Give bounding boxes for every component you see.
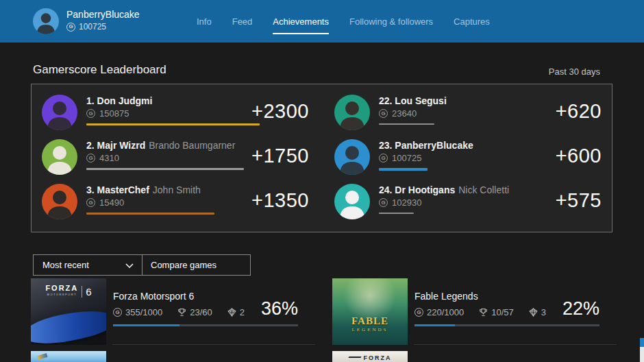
gamertag: PanberryBlucake <box>66 9 140 20</box>
entry-info: 1. Don Judgmi 150875 <box>86 95 260 125</box>
entry-score-row: 100725 <box>379 153 552 163</box>
entry-delta: +1750 <box>251 145 309 167</box>
period-label: Past 30 days <box>549 67 600 77</box>
gamerscore-icon <box>86 154 95 162</box>
forza-logo-number: 6 <box>82 286 91 298</box>
entry-rank-name: 1. Don Judgmi <box>86 95 152 106</box>
profile-avatar[interactable] <box>33 8 59 34</box>
entry-progress-bar <box>379 123 434 125</box>
game-completion-percent: 36% <box>261 298 298 319</box>
gamerscore-stat: 355/1000 <box>113 307 162 317</box>
entry-score-row: 150875 <box>86 108 260 119</box>
entry-score: 23640 <box>392 108 417 119</box>
entry-avatar <box>334 184 370 219</box>
identity-block: PanberryBlucake 100725 <box>66 9 140 32</box>
fable-logo-text: FABLE <box>332 315 408 327</box>
challenges-value: 2 <box>240 307 245 317</box>
fable-legends-cover[interactable]: FABLE LEGENDS <box>332 278 408 345</box>
profile-tabs: Info Feed Achievements Following & follo… <box>197 0 490 43</box>
scrollbar-accent <box>640 338 644 347</box>
avatar-bust-icon <box>334 139 370 175</box>
achievements-stat: 23/60 <box>177 307 212 317</box>
compare-games-button[interactable]: Compare games <box>142 254 251 276</box>
entry-progress-bar <box>379 168 428 171</box>
forza-logo-text: FORZA <box>332 354 408 361</box>
tab-achievements[interactable]: Achievements <box>273 14 329 29</box>
gamerscore-icon <box>113 308 122 317</box>
challenges-stat: 2 <box>227 307 245 317</box>
entry-avatar <box>334 95 370 130</box>
avatar-bust-icon <box>42 139 77 175</box>
forza-logo: FORZAMOTORSPORT 6 <box>31 285 106 298</box>
entry-score-row: 23640 <box>379 108 552 119</box>
forza-motorsport-6-cover[interactable]: FORZAMOTORSPORT 6 <box>31 278 106 345</box>
row-separator <box>112 344 315 345</box>
entry-info: 22. Lou Segusi 23640 <box>379 95 552 125</box>
gamerscore-icon <box>86 198 95 207</box>
scrollbar-thumb[interactable] <box>640 347 644 362</box>
entry-rank-name: 3. MasterChef <box>86 184 149 195</box>
challenges-stat: 3 <box>529 307 546 317</box>
next-game-cover-partial-right[interactable]: FORZA <box>332 351 408 362</box>
game-row-fable-legends[interactable]: Fable Legends 220/1000 10/57 3 22% <box>414 291 599 346</box>
entry-delta: +1350 <box>251 189 309 212</box>
game-completion-percent: 22% <box>562 298 599 319</box>
entry-name: 23. PanberryBlucake <box>379 140 552 151</box>
tab-captures[interactable]: Captures <box>454 14 490 29</box>
avatar-bust-icon <box>334 184 370 219</box>
gamerscore-stat: 220/1000 <box>414 307 464 317</box>
top-bar: PanberryBlucake 100725 Info Feed Achieve… <box>0 0 644 43</box>
leaderboard-entry-2[interactable]: 2. Majr WizrdBrando Baumgarner 4310 +175… <box>42 138 309 179</box>
entry-real-name: Nick Colletti <box>458 184 509 195</box>
leaderboard-panel: 1. Don Judgmi 150875 +2300 2. Majr Wizrd… <box>31 84 612 232</box>
challenges-value: 3 <box>541 307 546 317</box>
game-row-forza-6[interactable]: Forza Motorsport 6 355/1000 23/60 2 36% <box>113 291 298 346</box>
sort-dropdown-label: Most recent <box>42 260 89 270</box>
entry-score-row: 4310 <box>86 153 260 163</box>
gamerscore-icon <box>379 198 388 207</box>
avatar-bust-icon <box>334 95 370 130</box>
forza-logo-text: FORZAMOTORSPORT <box>45 285 78 298</box>
chevron-down-icon <box>125 263 134 269</box>
tab-feed[interactable]: Feed <box>232 14 253 29</box>
entry-info: 23. PanberryBlucake 100725 <box>379 140 552 171</box>
gamerscore-icon <box>414 308 423 317</box>
trophy-icon <box>479 308 488 317</box>
leaderboard-entry-22[interactable]: 22. Lou Segusi 23640 +620 <box>334 93 602 134</box>
entry-avatar <box>42 95 77 130</box>
achievements-value: 10/57 <box>491 307 514 317</box>
trophy-icon <box>177 308 186 317</box>
game-progress-fill <box>113 324 179 326</box>
challenges-gem-icon <box>529 308 538 317</box>
leaderboard-entry-3[interactable]: 3. MasterChefJohn Smith 15490 +1350 <box>42 182 309 224</box>
leaderboard-entry-23[interactable]: 23. PanberryBlucake 100725 +600 <box>334 138 602 179</box>
sort-dropdown[interactable]: Most recent <box>33 254 143 276</box>
avatar-bust-icon <box>42 95 77 130</box>
avatar-bust-icon <box>33 8 59 34</box>
profile-achievements-screen: PanberryBlucake 100725 Info Feed Achieve… <box>0 0 644 362</box>
entry-name: 3. MasterChefJohn Smith <box>86 184 260 195</box>
tab-following-followers[interactable]: Following & followers <box>349 14 433 29</box>
entry-delta: +600 <box>556 145 602 167</box>
entry-name: 22. Lou Segusi <box>379 95 552 106</box>
next-game-cover-partial-left[interactable] <box>31 351 106 362</box>
tab-info[interactable]: Info <box>197 14 212 29</box>
game-progress-track <box>113 324 298 326</box>
leaderboard-entry-24[interactable]: 24. Dr HootigansNick Colletti 102930 +57… <box>334 182 602 224</box>
entry-name: 24. Dr HootigansNick Colletti <box>379 184 552 195</box>
achievements-value: 23/60 <box>190 307 212 317</box>
gamerscore-icon <box>66 23 75 32</box>
compare-games-label: Compare games <box>151 260 216 270</box>
entry-rank-name: 22. Lou Segusi <box>379 95 447 106</box>
gamerscore-icon <box>86 109 95 118</box>
entry-avatar <box>334 139 370 175</box>
gamerscore-icon <box>379 109 388 118</box>
entry-avatar <box>42 184 77 219</box>
blue-car-art <box>31 304 106 345</box>
entry-score: 150875 <box>99 108 129 119</box>
entry-real-name: John Smith <box>153 184 201 195</box>
entry-rank-name: 24. Dr Hootigans <box>379 184 455 195</box>
leaderboard-entry-1[interactable]: 1. Don Judgmi 150875 +2300 <box>42 93 309 134</box>
entry-score: 15490 <box>99 197 124 208</box>
page-title: Gamerscore Leaderboard <box>33 63 166 77</box>
